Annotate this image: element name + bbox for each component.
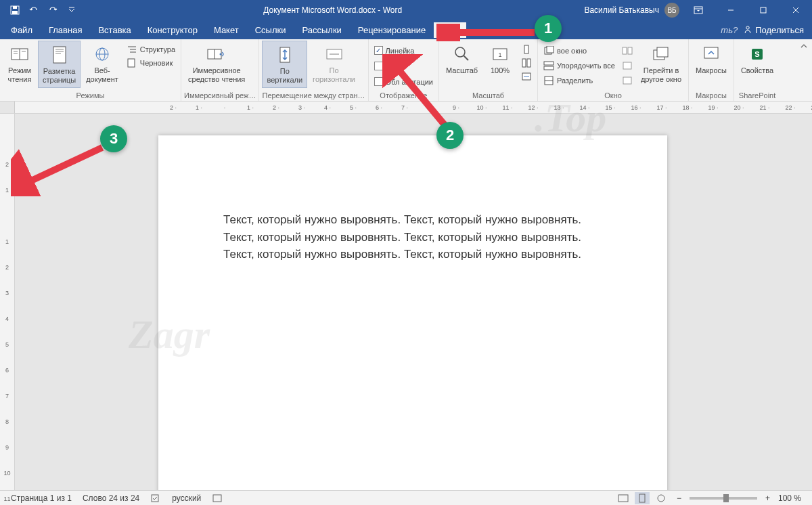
properties-button[interactable]: S Свойства xyxy=(737,41,777,78)
svg-point-29 xyxy=(220,53,222,56)
ribbon-group-macros: Макросы Макросы xyxy=(689,39,734,101)
menu-design[interactable]: Конструктор xyxy=(139,22,206,38)
tell-me-hint[interactable]: ть? xyxy=(721,25,738,35)
web-layout-view[interactable] xyxy=(654,492,669,504)
menu-insert[interactable]: Вставка xyxy=(90,22,139,38)
draft-button[interactable]: Черновик xyxy=(124,57,178,69)
multi-page-button[interactable] xyxy=(518,57,535,69)
new-window-icon xyxy=(543,46,554,56)
menu-references[interactable]: Ссылки xyxy=(247,22,294,38)
ribbon-group-window: вое окно Упорядочить все Разделить Перей… xyxy=(538,39,689,101)
svg-point-10 xyxy=(746,26,749,29)
vertical-icon xyxy=(274,44,296,66)
spell-check-icon[interactable] xyxy=(145,493,166,503)
side-by-side-button[interactable] xyxy=(619,45,635,57)
print-layout-view[interactable] xyxy=(635,492,650,504)
web-layout-button[interactable]: Веб- документ xyxy=(82,41,122,87)
document-area: 211234567891011 Текст, который нужно выр… xyxy=(0,114,812,490)
document-canvas[interactable]: Текст, который нужно выровнять. Текст, к… xyxy=(15,114,812,490)
svg-rect-2 xyxy=(12,11,18,14)
menu-layout[interactable]: Макет xyxy=(206,22,247,38)
svg-text:S: S xyxy=(754,50,759,58)
minimize-button[interactable] xyxy=(717,0,744,20)
immersive-reader-button[interactable]: Иммерсивное средство чтения xyxy=(184,41,249,87)
split-icon xyxy=(543,76,554,85)
svg-rect-47 xyxy=(623,47,627,54)
svg-rect-44 xyxy=(544,66,554,70)
horizontal-button[interactable]: По горизонтали xyxy=(309,41,359,87)
qat-customize-button[interactable] xyxy=(62,1,81,20)
page-width-button[interactable] xyxy=(518,70,535,83)
svg-rect-53 xyxy=(704,47,718,58)
maximize-button[interactable] xyxy=(750,0,777,20)
split-button[interactable]: Разделить xyxy=(541,74,618,87)
svg-rect-57 xyxy=(213,495,221,502)
checkbox-icon xyxy=(374,46,383,55)
macros-icon xyxy=(700,43,722,65)
hundred-percent-button[interactable]: 1 100% xyxy=(483,41,517,78)
ribbon-display-options[interactable] xyxy=(685,0,712,20)
user-avatar[interactable]: ВБ xyxy=(664,3,679,18)
new-window-button[interactable]: вое окно xyxy=(541,45,618,57)
one-page-icon xyxy=(521,45,532,54)
language-indicator[interactable]: русский xyxy=(166,493,206,503)
reset-position-button[interactable] xyxy=(619,74,635,87)
word-count[interactable]: Слово 24 из 24 xyxy=(77,493,145,503)
svg-rect-59 xyxy=(639,494,645,502)
side-by-side-icon xyxy=(622,46,633,56)
document-title: Документ Microsoft Word.docx - Word xyxy=(81,5,584,15)
reset-pos-icon xyxy=(622,76,633,85)
svg-point-60 xyxy=(658,495,664,502)
user-name[interactable]: Василий Батькавыч xyxy=(584,5,659,15)
close-button[interactable] xyxy=(782,0,809,20)
read-mode-icon xyxy=(9,43,30,65)
svg-rect-58 xyxy=(618,495,628,502)
share-icon xyxy=(743,25,752,35)
svg-rect-42 xyxy=(547,46,554,53)
sync-scroll-button[interactable] xyxy=(619,60,635,72)
menu-mailings[interactable]: Рассылки xyxy=(294,22,349,38)
save-button[interactable] xyxy=(5,1,24,20)
read-mode-view[interactable] xyxy=(616,492,631,504)
zoom-value[interactable]: 100 % xyxy=(778,493,801,503)
sharepoint-icon: S xyxy=(746,43,768,65)
page[interactable]: Текст, который нужно выровнять. Текст, к… xyxy=(158,135,667,490)
svg-rect-7 xyxy=(761,7,766,13)
web-layout-icon xyxy=(91,43,113,65)
one-page-button[interactable] xyxy=(518,43,535,56)
menubar: Файл Главная Вставка Конструктор Макет С… xyxy=(0,20,812,39)
vertical-button[interactable]: По вертикали xyxy=(262,41,307,88)
multi-page-icon xyxy=(521,58,532,68)
menu-file[interactable]: Файл xyxy=(3,22,41,38)
document-text[interactable]: Текст, который нужно выровнять. Текст, к… xyxy=(158,135,667,263)
annotation-badge-1: 1 xyxy=(535,15,562,42)
page-layout-button[interactable]: Разметка страницы xyxy=(38,41,81,88)
svg-rect-50 xyxy=(623,77,631,84)
outline-icon xyxy=(127,45,137,54)
menu-home[interactable]: Главная xyxy=(41,22,90,38)
svg-line-64 xyxy=(392,62,447,127)
checkbox-icon xyxy=(374,62,383,70)
menu-review[interactable]: Рецензирование xyxy=(350,22,434,38)
quick-access-toolbar xyxy=(0,1,81,20)
arrange-all-button[interactable]: Упорядочить все xyxy=(541,60,618,72)
outline-button[interactable]: Структура xyxy=(124,43,178,56)
arrange-icon xyxy=(543,61,554,70)
svg-rect-43 xyxy=(544,62,554,65)
share-button[interactable]: Поделиться xyxy=(743,25,804,35)
horizontal-icon xyxy=(323,43,345,65)
undo-button[interactable] xyxy=(24,1,43,20)
collapse-ribbon-button[interactable] xyxy=(800,39,812,101)
titlebar-right: Василий Батькавыч ВБ xyxy=(584,0,812,20)
page-indicator[interactable]: Страница 1 из 1 xyxy=(5,493,77,503)
macros-button[interactable]: Макросы xyxy=(692,41,731,78)
zoom-slider[interactable] xyxy=(690,497,757,500)
svg-text:1: 1 xyxy=(499,51,502,58)
redo-button[interactable] xyxy=(43,1,62,20)
svg-rect-38 xyxy=(527,59,531,67)
switch-window-button[interactable]: Перейти в другое окно xyxy=(637,41,685,87)
immersive-reader-icon xyxy=(206,43,227,65)
track-changes-icon[interactable] xyxy=(206,493,228,503)
page-width-icon xyxy=(521,72,532,81)
read-mode-button[interactable]: Режим чтения xyxy=(3,41,37,87)
